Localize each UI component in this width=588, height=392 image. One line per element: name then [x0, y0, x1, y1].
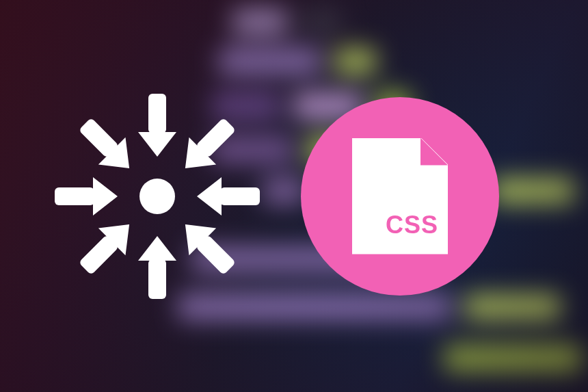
svg-marker-14 — [93, 177, 118, 215]
content-row: CSS — [0, 0, 588, 392]
svg-marker-10 — [138, 236, 176, 261]
svg-rect-13 — [55, 187, 94, 205]
svg-point-0 — [139, 179, 175, 214]
svg-rect-5 — [220, 187, 260, 205]
css-badge-circle: CSS — [301, 97, 499, 296]
svg-rect-1 — [148, 94, 166, 133]
svg-rect-9 — [148, 259, 166, 299]
svg-marker-6 — [197, 177, 222, 215]
svg-marker-2 — [138, 132, 176, 157]
inward-arrows-icon — [48, 87, 267, 306]
css-file-label: CSS — [386, 211, 438, 239]
css-file-icon: CSS — [352, 138, 448, 254]
